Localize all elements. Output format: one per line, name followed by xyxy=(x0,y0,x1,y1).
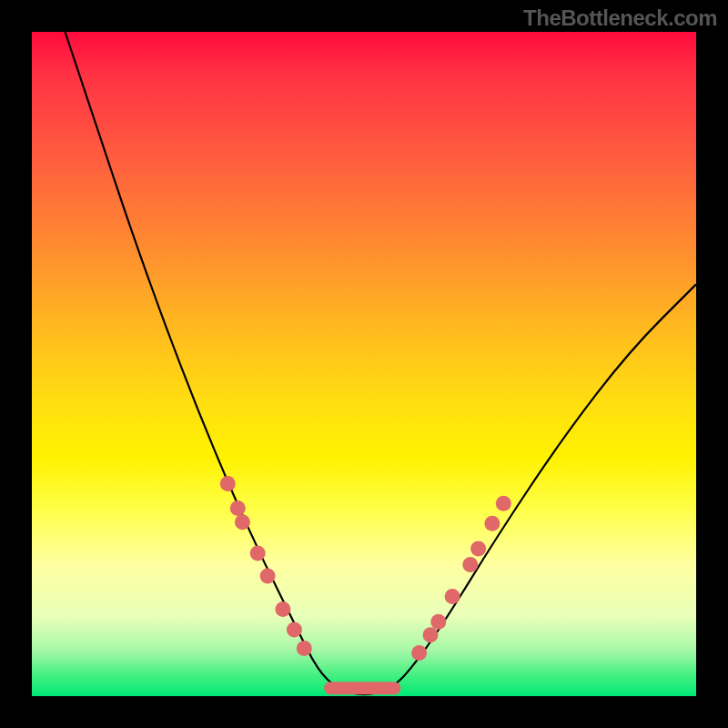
data-point xyxy=(496,496,511,511)
data-point xyxy=(462,557,478,572)
data-point xyxy=(470,541,486,556)
data-point xyxy=(287,622,302,638)
chart-svg xyxy=(32,32,696,696)
data-point xyxy=(250,546,266,561)
data-point xyxy=(275,602,290,617)
data-point xyxy=(235,514,250,530)
data-point xyxy=(411,645,427,661)
data-point xyxy=(230,500,246,516)
data-point xyxy=(430,614,446,630)
markers-right-group xyxy=(411,496,511,661)
data-point xyxy=(297,641,312,656)
data-point xyxy=(423,627,439,642)
data-point xyxy=(260,568,276,583)
bottleneck-curve xyxy=(66,32,697,694)
data-point xyxy=(484,516,500,531)
data-point xyxy=(220,476,236,491)
data-point xyxy=(445,589,460,604)
flat-minimum-segment xyxy=(324,682,400,694)
watermark-text: TheBottleneck.com xyxy=(523,5,717,31)
plot-area xyxy=(32,32,696,696)
